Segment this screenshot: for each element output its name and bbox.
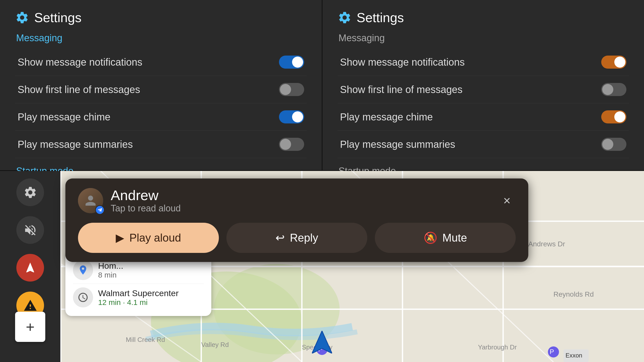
left-play-summaries-item: Play message summaries — [15, 131, 307, 158]
right-show-first-line-item: Show first line of messages — [338, 76, 629, 103]
right-settings-header: Settings — [338, 10, 629, 25]
left-settings-header: Settings — [15, 10, 307, 25]
sender-name: Andrew — [111, 188, 181, 203]
notification-text: Andrew Tap to read aloud — [111, 188, 181, 214]
left-play-chime-label: Play message chime — [18, 111, 110, 123]
left-play-chime-item: Play message chime — [15, 103, 307, 131]
svg-text:Andrews Dr: Andrews Dr — [528, 240, 565, 248]
mute-label: Mute — [442, 232, 467, 244]
right-show-notifications-item: Show message notifications — [338, 49, 629, 76]
clock-icon — [73, 287, 93, 307]
right-settings-title: Settings — [357, 10, 404, 25]
route-walmart-info: Walmart Supercenter 12 min · 4.1 mi — [98, 288, 179, 307]
svg-text:Exxon: Exxon — [566, 352, 582, 359]
zoom-in-button[interactable]: + — [15, 312, 45, 342]
left-settings-panel: Settings Messaging Show message notifica… — [0, 0, 323, 171]
svg-text:Reynolds Rd: Reynolds Rd — [553, 290, 594, 298]
gear-icon-right — [338, 11, 352, 25]
left-show-notifications-item: Show message notifications — [15, 49, 307, 76]
close-notification-button[interactable]: × — [498, 192, 516, 209]
right-play-chime-label: Play message chime — [340, 111, 433, 123]
play-aloud-label: Play aloud — [129, 232, 181, 244]
left-messaging-label: Messaging — [16, 33, 307, 43]
svg-text:P: P — [550, 348, 554, 355]
left-show-notifications-label: Show message notifications — [18, 57, 142, 68]
left-play-summaries-toggle[interactable] — [279, 138, 304, 151]
nav-arrow — [312, 331, 332, 354]
svg-marker-30 — [312, 331, 332, 353]
map-section: Myrtle Ave June Ave Andrews Dr Reynolds … — [0, 171, 644, 362]
gear-icon-left — [15, 11, 29, 25]
left-show-first-line-toggle[interactable] — [279, 83, 304, 96]
left-settings-title: Settings — [34, 10, 82, 25]
left-play-chime-toggle[interactable] — [279, 110, 304, 123]
reply-icon: ↩ — [275, 231, 285, 244]
left-show-first-line-item: Show first line of messages — [15, 76, 307, 103]
svg-text:Yarbrough Dr: Yarbrough Dr — [478, 343, 517, 351]
notification-actions: ▶ Play aloud ↩ Reply 🔕 Mute — [78, 223, 516, 253]
left-show-notifications-toggle[interactable] — [279, 56, 304, 69]
route-walmart-item[interactable]: Walmart Supercenter 12 min · 4.1 mi — [73, 284, 204, 311]
route-home-info: Hom... 8 min — [98, 261, 123, 279]
right-show-first-line-toggle[interactable] — [601, 83, 626, 96]
right-play-chime-toggle[interactable] — [601, 110, 626, 123]
right-play-summaries-label: Play message summaries — [340, 139, 455, 150]
notification-subtitle: Tap to read aloud — [111, 203, 181, 214]
telegram-badge — [95, 205, 105, 215]
svg-rect-26 — [564, 349, 589, 362]
right-show-notifications-toggle[interactable] — [601, 56, 626, 69]
nav-direction-button[interactable] — [16, 254, 44, 282]
left-show-first-line-label: Show first line of messages — [18, 84, 140, 95]
notification-popup: Andrew Tap to read aloud × ▶ Play aloud … — [65, 178, 528, 262]
route-walmart-time: 12 min · 4.1 mi — [98, 298, 179, 307]
route-home-label: Hom... — [98, 261, 123, 271]
right-show-notifications-label: Show message notifications — [340, 57, 465, 68]
left-play-summaries-label: Play message summaries — [18, 139, 133, 150]
settings-sidebar-button[interactable] — [16, 178, 44, 206]
route-walmart-label: Walmart Supercenter — [98, 288, 179, 298]
maps-icon — [73, 260, 93, 280]
svg-text:Valley Rd: Valley Rd — [201, 341, 229, 348]
svg-text:Mill Creek Rd: Mill Creek Rd — [126, 336, 165, 343]
right-play-summaries-item: Play message summaries — [338, 131, 629, 158]
right-play-chime-item: Play message chime — [338, 103, 629, 131]
play-icon: ▶ — [116, 231, 124, 244]
avatar — [78, 188, 103, 213]
notification-user-info: Andrew Tap to read aloud — [78, 188, 181, 214]
svg-point-24 — [548, 346, 559, 357]
mute-sidebar-button[interactable] — [16, 216, 44, 244]
right-messaging-label: Messaging — [339, 33, 629, 43]
right-play-summaries-toggle[interactable] — [601, 138, 626, 151]
notification-header: Andrew Tap to read aloud × — [78, 188, 516, 214]
play-aloud-button[interactable]: ▶ Play aloud — [78, 223, 219, 253]
mute-button[interactable]: 🔕 Mute — [375, 223, 516, 253]
route-home-time: 8 min — [98, 271, 123, 279]
reply-label: Reply — [290, 232, 318, 244]
right-show-first-line-label: Show first line of messages — [340, 84, 463, 95]
reply-button[interactable]: ↩ Reply — [226, 223, 367, 253]
right-settings-panel: Settings Messaging Show message notifica… — [323, 0, 644, 171]
mute-bell-icon: 🔕 — [424, 231, 437, 244]
